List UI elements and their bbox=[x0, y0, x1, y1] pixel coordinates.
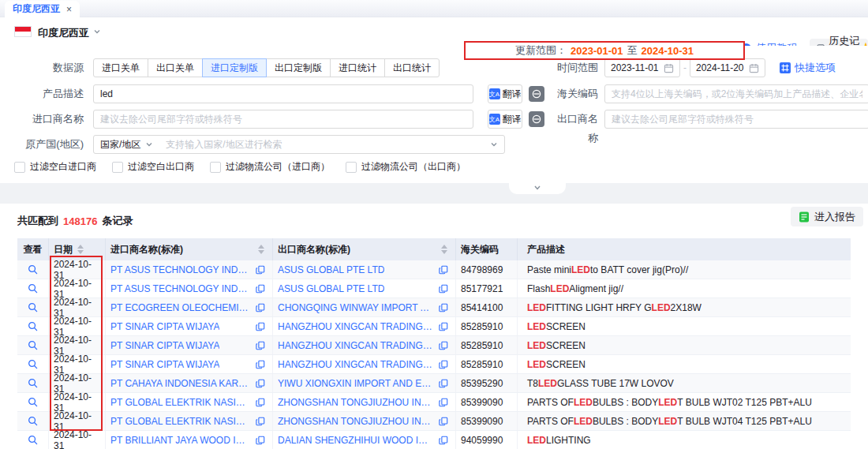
view-button[interactable] bbox=[17, 317, 49, 335]
origin-country-control[interactable]: 国家/地区 支持输入国家/地区进行检索 bbox=[93, 135, 505, 154]
copy-icon[interactable] bbox=[256, 284, 265, 294]
exporter-link[interactable]: YIWU XIONGXIN IMPORT AND EXPORT... bbox=[278, 378, 434, 389]
importer-link[interactable]: PT ASUS TECHNOLOGY INDONESIA BA... bbox=[110, 283, 251, 294]
importer-link[interactable]: PT CAHAYA INDONESIA KARGO bbox=[110, 378, 251, 389]
importer-link[interactable]: PT ASUS TECHNOLOGY INDONESIA BA... bbox=[110, 264, 251, 275]
checkbox-icon[interactable] bbox=[112, 162, 123, 173]
copy-icon[interactable] bbox=[256, 417, 265, 426]
hs-code-label: 海关编码 bbox=[552, 84, 598, 103]
exporter-link[interactable]: HANGZHOU XINGCAN TRADING CO LTD bbox=[278, 321, 434, 332]
grid-icon bbox=[780, 62, 791, 73]
copy-icon[interactable] bbox=[439, 360, 448, 369]
translate-button[interactable]: 文A 翻译 bbox=[488, 110, 522, 129]
datasource-tab[interactable]: 进口统计 bbox=[330, 58, 385, 77]
importer-link[interactable]: PT SINAR CIPTA WIJAYA bbox=[110, 359, 219, 370]
view-button[interactable] bbox=[17, 393, 49, 411]
copy-icon[interactable] bbox=[439, 303, 448, 312]
filter-checkbox[interactable]: 过滤空白出口商 bbox=[112, 160, 194, 174]
importer-link[interactable]: PT SINAR CIPTA WIJAYA bbox=[110, 321, 219, 332]
enter-report-button[interactable]: 进入报告 bbox=[791, 207, 863, 226]
column-header[interactable]: 日期 bbox=[49, 238, 106, 260]
copy-icon[interactable] bbox=[439, 322, 448, 331]
exporter-cell: ASUS GLOBAL PTE LTD bbox=[273, 279, 456, 297]
exclude-circle-button[interactable] bbox=[529, 111, 544, 127]
datasource-tab[interactable]: 出口统计 bbox=[384, 58, 440, 77]
filter-checkbox[interactable]: 过滤物流公司（出口商） bbox=[346, 160, 466, 174]
datasource-tab[interactable]: 出口关单 bbox=[148, 58, 203, 77]
view-button[interactable] bbox=[17, 298, 49, 316]
copy-icon[interactable] bbox=[256, 360, 265, 369]
hs-code-cell: 94059990 bbox=[456, 431, 518, 449]
view-button[interactable] bbox=[17, 260, 49, 279]
filter-checkbox[interactable]: 过滤物流公司（进口商） bbox=[210, 160, 330, 174]
exporter-link[interactable]: HANGZHOU XINGCAN TRADING CO LTD bbox=[278, 359, 434, 370]
copy-icon[interactable] bbox=[256, 322, 265, 331]
view-button[interactable] bbox=[17, 355, 49, 373]
sort-icon[interactable] bbox=[258, 245, 264, 254]
copy-icon[interactable] bbox=[439, 341, 448, 350]
checkbox-icon[interactable] bbox=[346, 162, 357, 173]
importer-link[interactable]: PT BRILLIANT JAYA WOOD INDUSTRY bbox=[110, 435, 251, 446]
view-button[interactable] bbox=[17, 431, 49, 449]
sort-icon[interactable] bbox=[441, 245, 447, 254]
update-range-end: 2024-10-31 bbox=[642, 45, 694, 57]
importer-link[interactable]: PT SINAR CIPTA WIJAYA bbox=[110, 340, 219, 351]
copy-icon[interactable] bbox=[439, 284, 448, 294]
hs-code-cell: 85399090 bbox=[456, 393, 518, 411]
exporter-input[interactable] bbox=[604, 110, 868, 129]
view-button[interactable] bbox=[17, 374, 49, 392]
copy-icon[interactable] bbox=[439, 436, 448, 445]
close-icon[interactable]: × bbox=[66, 4, 72, 15]
hs-code-input[interactable] bbox=[604, 84, 868, 103]
column-header[interactable]: 进口商名称(标准) bbox=[106, 238, 273, 260]
importer-link[interactable]: PT GLOBAL ELEKTRIK NASIONAL bbox=[110, 416, 251, 427]
copy-icon[interactable] bbox=[256, 303, 265, 312]
sort-icon[interactable] bbox=[77, 245, 84, 254]
browser-tab[interactable]: 印度尼西亚 × bbox=[5, 1, 80, 17]
exclude-circle-button[interactable] bbox=[529, 86, 544, 102]
copy-icon[interactable] bbox=[439, 379, 448, 388]
highlighted-term: LED bbox=[571, 264, 590, 275]
exporter-link[interactable]: CHONGQING WINWAY IMPORT AND E... bbox=[278, 302, 434, 313]
copy-icon[interactable] bbox=[256, 341, 265, 350]
translate-button[interactable]: 文A 翻译 bbox=[488, 84, 522, 103]
copy-icon[interactable] bbox=[256, 398, 265, 407]
exporter-link[interactable]: ZHONGSHAN TONGJIUZHOU INTERNA... bbox=[278, 416, 434, 427]
copy-icon[interactable] bbox=[256, 379, 265, 388]
highlighted-term: LED bbox=[574, 397, 593, 408]
copy-icon[interactable] bbox=[439, 265, 448, 275]
exporter-cell: HANGZHOU XINGCAN TRADING CO LTD bbox=[273, 336, 456, 354]
checkbox-icon[interactable] bbox=[210, 162, 221, 173]
exporter-link[interactable]: ZHONGSHAN TONGJIUZHOU INTERNA... bbox=[278, 397, 434, 408]
datasource-tab[interactable]: 进口定制版 bbox=[202, 58, 267, 77]
start-date-input[interactable]: 2023-11-01 bbox=[604, 58, 680, 77]
view-button[interactable] bbox=[17, 336, 49, 354]
chevron-down-icon[interactable] bbox=[93, 28, 101, 36]
exporter-link[interactable]: ASUS GLOBAL PTE LTD bbox=[278, 283, 384, 294]
exporter-link[interactable]: ASUS GLOBAL PTE LTD bbox=[278, 264, 384, 275]
view-button[interactable] bbox=[17, 412, 49, 430]
copy-icon[interactable] bbox=[256, 265, 265, 275]
importer-link[interactable]: PT ECOGREEN OLEOCHEMICALS bbox=[110, 302, 251, 313]
importer-input[interactable] bbox=[93, 110, 473, 129]
filter-checkbox[interactable]: 过滤空白进口商 bbox=[14, 160, 96, 174]
table-body: 2024-10-31PT ASUS TECHNOLOGY INDONESIA B… bbox=[17, 260, 851, 449]
hs-code-cell: 85285910 bbox=[456, 317, 518, 335]
copy-icon[interactable] bbox=[439, 398, 448, 407]
end-date-input[interactable]: 2024-11-20 bbox=[690, 58, 765, 77]
exporter-link[interactable]: DALIAN SHENGZHIHUI WOOD INDUST... bbox=[278, 435, 434, 446]
column-header[interactable]: 出口商名称(标准) bbox=[273, 238, 456, 260]
datasource-tab[interactable]: 进口关单 bbox=[93, 58, 148, 77]
copy-icon[interactable] bbox=[439, 417, 448, 426]
product-desc-input[interactable] bbox=[93, 84, 473, 103]
quick-options-link[interactable]: 快捷选项 bbox=[780, 58, 836, 77]
origin-country-select[interactable]: 国家/地区 bbox=[100, 138, 153, 152]
magnifier-icon bbox=[28, 397, 38, 407]
copy-icon[interactable] bbox=[256, 436, 265, 445]
checkbox-icon[interactable] bbox=[14, 162, 25, 173]
importer-link[interactable]: PT GLOBAL ELEKTRIK NASIONAL bbox=[110, 397, 251, 408]
datasource-tab[interactable]: 出口定制版 bbox=[266, 58, 331, 77]
collapse-panel-toggle[interactable] bbox=[509, 183, 566, 194]
view-button[interactable] bbox=[17, 279, 49, 297]
exporter-link[interactable]: HANGZHOU XINGCAN TRADING CO LTD bbox=[278, 340, 434, 351]
